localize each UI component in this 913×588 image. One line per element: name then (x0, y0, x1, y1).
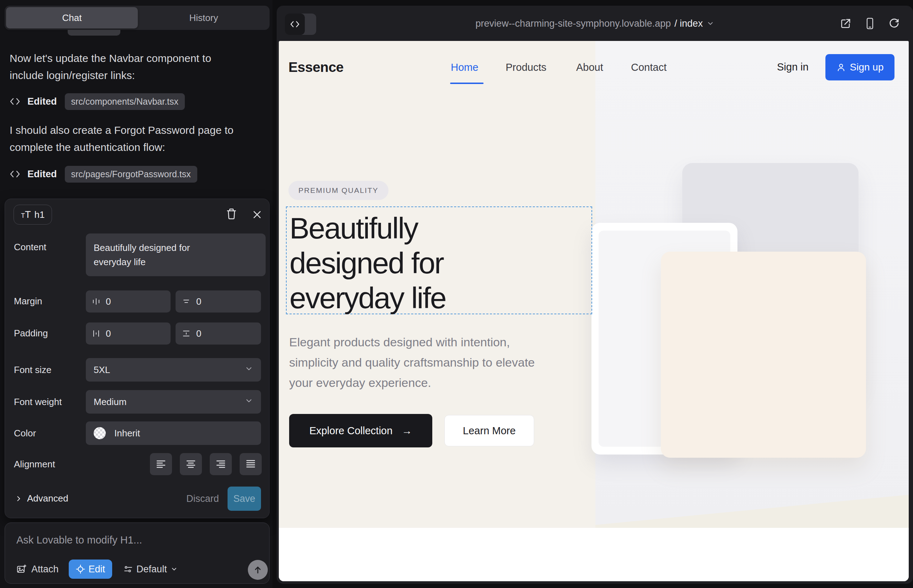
delete-element-button[interactable] (223, 206, 239, 222)
mobile-view-button[interactable] (864, 16, 876, 31)
preview-browser-frame: preview--charming-site-symphony.lovable.… (277, 6, 913, 584)
chat-message: I should also create a Forgot Password p… (10, 122, 241, 156)
content-label: Content (14, 242, 46, 253)
refresh-icon (889, 18, 900, 29)
chevron-down-icon (706, 19, 714, 27)
refresh-button[interactable] (888, 16, 900, 31)
color-select[interactable]: Inherit (86, 422, 261, 445)
code-icon (10, 170, 24, 178)
site-preview-viewport: Essence Home Products About Contact Sign… (279, 41, 909, 581)
edited-file-row[interactable]: Edited src/pages/ForgotPassword.tsx (10, 166, 197, 182)
margin-y-value: 0 (196, 296, 201, 307)
sign-up-label: Sign up (850, 61, 884, 73)
color-value: Inherit (114, 428, 140, 439)
discard-button[interactable]: Discard (183, 486, 222, 511)
element-tag-pill[interactable]: TT h1 (13, 205, 52, 225)
padding-y-value: 0 (196, 328, 201, 339)
save-button[interactable]: Save (228, 486, 261, 511)
nav-link-products[interactable]: Products (506, 61, 546, 73)
align-right-button[interactable] (210, 453, 232, 475)
padding-horizontal-icon (92, 329, 100, 338)
align-left-button[interactable] (150, 453, 172, 475)
user-icon (837, 63, 846, 72)
learn-more-label: Learn More (463, 425, 516, 437)
edited-file-row[interactable]: Edited src/components/Navbar.tsx (10, 93, 185, 110)
nav-active-underline (450, 82, 484, 84)
send-button[interactable] (248, 560, 268, 580)
align-justify-icon (245, 459, 256, 469)
attach-button[interactable]: Attach (31, 564, 59, 575)
nav-link-home[interactable]: Home (451, 61, 478, 73)
font-size-select[interactable]: 5XL (86, 358, 261, 381)
chat-history-tabs: Chat History (5, 6, 270, 30)
content-textarea[interactable]: Beautifully designed for everyday life (86, 234, 265, 276)
padding-label: Padding (14, 328, 48, 339)
hero-card-cream (661, 252, 866, 458)
margin-vertical-icon (182, 297, 191, 305)
align-center-icon (186, 459, 196, 469)
sign-up-button[interactable]: Sign up (826, 54, 895, 81)
file-path-pill[interactable]: src/pages/ForgotPassword.tsx (65, 166, 197, 183)
close-editor-button[interactable] (249, 207, 265, 223)
section-below-hero (279, 528, 909, 581)
composer-toolbar: Attach Edit Default (16, 559, 178, 579)
learn-more-button[interactable]: Learn More (444, 415, 534, 446)
site-logo[interactable]: Essence (288, 60, 344, 75)
chevron-down-icon (244, 396, 253, 407)
url-domain: preview--charming-site-symphony.lovable.… (475, 18, 671, 29)
close-icon (253, 210, 262, 219)
browser-actions (840, 16, 900, 31)
explore-collection-button[interactable]: Explore Collection → (289, 414, 432, 447)
sign-in-link[interactable]: Sign in (777, 61, 809, 73)
url-path: / index (674, 18, 703, 29)
edited-label: Edited (28, 96, 57, 107)
mobile-device-icon (865, 18, 874, 29)
align-right-icon (215, 459, 226, 469)
chevron-down-icon (170, 565, 178, 573)
chat-message: Now let's update the Navbar component to… (10, 50, 241, 84)
padding-x-value: 0 (106, 328, 111, 339)
hero-paragraph: Elegant products designed with intention… (289, 332, 535, 393)
composer-input[interactable] (16, 534, 251, 546)
edit-mode-pill[interactable]: Edit (69, 559, 113, 579)
mode-label: Default (136, 564, 167, 575)
file-path-pill[interactable]: src/components/Navbar.tsx (65, 93, 185, 110)
alignment-label: Alignment (14, 459, 55, 470)
font-size-label: Font size (14, 365, 52, 375)
hero-heading[interactable]: Beautifully designed for everyday life (290, 211, 539, 315)
padding-vertical-icon (182, 330, 191, 338)
margin-label: Margin (14, 296, 42, 307)
nav-link-contact[interactable]: Contact (631, 61, 667, 73)
trash-icon (226, 208, 237, 220)
align-center-button[interactable] (180, 453, 202, 475)
padding-x-input[interactable]: 0 (86, 323, 170, 344)
arrow-up-icon (253, 565, 262, 575)
edited-label: Edited (28, 169, 57, 180)
sliders-icon (123, 564, 133, 574)
advanced-toggle[interactable]: Advanced (15, 493, 68, 504)
arrow-right-icon: → (401, 425, 412, 437)
margin-x-value: 0 (106, 296, 111, 307)
element-tag-name: h1 (34, 209, 45, 220)
tab-history[interactable]: History (138, 7, 270, 29)
app-window: Chat History Now let's update the Navbar… (0, 0, 913, 588)
padding-y-input[interactable]: 0 (176, 323, 261, 344)
margin-y-input[interactable]: 0 (176, 291, 261, 312)
font-weight-value: Medium (94, 396, 126, 407)
align-justify-button[interactable] (240, 453, 262, 475)
type-icon: TT (21, 209, 31, 220)
margin-horizontal-icon (92, 297, 100, 306)
explore-collection-label: Explore Collection (309, 425, 393, 437)
external-link-icon (840, 18, 851, 29)
chevron-down-icon (244, 365, 253, 375)
nav-link-about[interactable]: About (576, 61, 603, 73)
open-external-button[interactable] (840, 16, 852, 31)
margin-x-input[interactable]: 0 (86, 291, 170, 312)
code-icon (10, 97, 24, 106)
url-bar[interactable]: preview--charming-site-symphony.lovable.… (277, 6, 913, 41)
mode-selector[interactable]: Default (123, 564, 178, 575)
tab-chat[interactable]: Chat (6, 7, 138, 29)
font-weight-select[interactable]: Medium (86, 390, 261, 414)
color-label: Color (14, 428, 36, 439)
content-value: Beautifully designed for everyday life (94, 241, 211, 269)
